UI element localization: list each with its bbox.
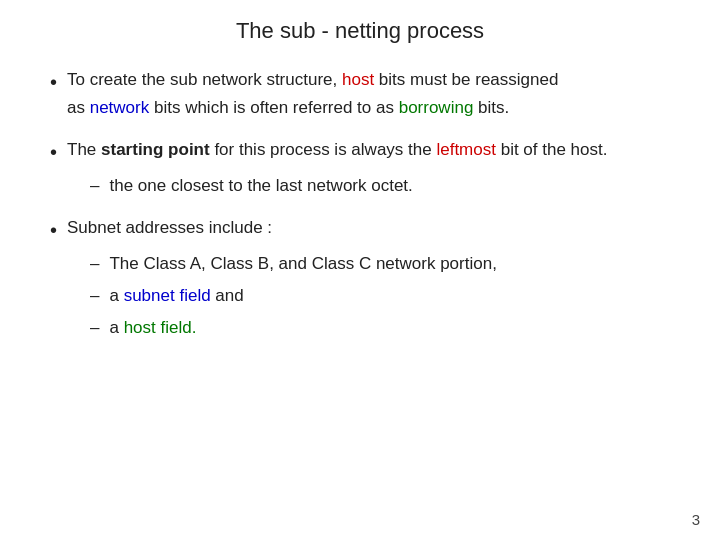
sub-dash-2-1: – bbox=[90, 172, 99, 200]
bullet-text-2: The starting point for this process is a… bbox=[67, 136, 670, 164]
bullet-dot-2: • bbox=[50, 138, 57, 166]
slide: The sub - netting process • To create th… bbox=[0, 0, 720, 540]
bullet-item-3: • Subnet addresses include : bbox=[50, 214, 670, 244]
sub-dash-3-1: – bbox=[90, 250, 99, 278]
sub-dash-3-3: – bbox=[90, 314, 99, 342]
sub-text-3-3: a host field. bbox=[109, 314, 196, 342]
highlight-borrowing: borrowing bbox=[399, 98, 474, 117]
sub-bullet-2-1: – the one closest to the last network oc… bbox=[90, 172, 670, 200]
highlight-leftmost: leftmost bbox=[436, 140, 496, 159]
highlight-host-field: host field. bbox=[124, 318, 197, 337]
highlight-host: host bbox=[342, 70, 374, 89]
bullet-dot-1: • bbox=[50, 68, 57, 96]
sub-bullet-3-2: – a subnet field and bbox=[90, 282, 670, 310]
highlight-network: network bbox=[90, 98, 150, 117]
sub-bullet-3-3: – a host field. bbox=[90, 314, 670, 342]
bullet-item-3-block: • Subnet addresses include : – The Class… bbox=[50, 214, 670, 342]
bullet-item-2: • The starting point for this process is… bbox=[50, 136, 670, 166]
slide-title: The sub - netting process bbox=[50, 18, 670, 44]
bold-starting-point: starting point bbox=[101, 140, 210, 159]
page-number: 3 bbox=[692, 511, 700, 528]
bullet-item-2-block: • The starting point for this process is… bbox=[50, 136, 670, 200]
content-area: • To create the sub network structure, h… bbox=[50, 66, 670, 342]
bullet-dot-3: • bbox=[50, 216, 57, 244]
sub-bullet-3-1: – The Class A, Class B, and Class C netw… bbox=[90, 250, 670, 278]
highlight-subnet-field: subnet field bbox=[124, 286, 211, 305]
sub-text-3-1: The Class A, Class B, and Class C networ… bbox=[109, 250, 496, 278]
sub-text-2-1: the one closest to the last network octe… bbox=[109, 172, 412, 200]
bullet-item-1: • To create the sub network structure, h… bbox=[50, 66, 670, 122]
bullet-text-1: To create the sub network structure, hos… bbox=[67, 66, 670, 122]
bullet-text-3: Subnet addresses include : bbox=[67, 214, 670, 242]
sub-text-3-2: a subnet field and bbox=[109, 282, 243, 310]
sub-dash-3-2: – bbox=[90, 282, 99, 310]
